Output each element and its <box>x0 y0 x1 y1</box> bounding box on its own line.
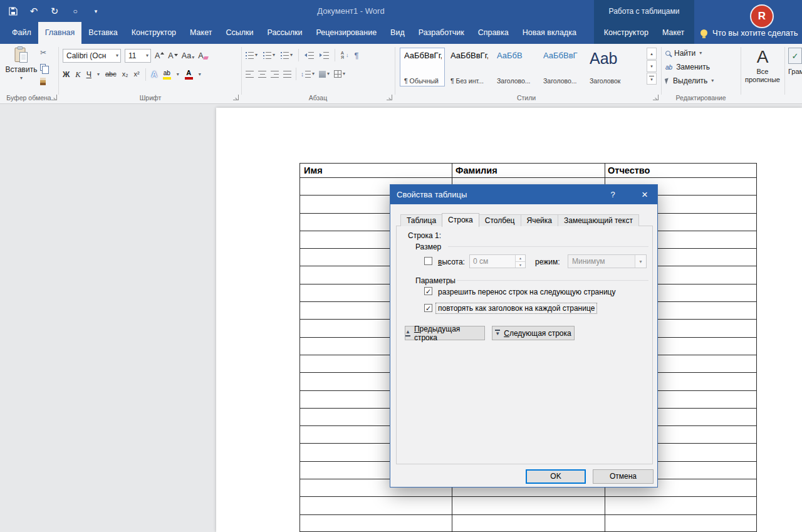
clear-formatting-button[interactable]: А <box>198 51 208 61</box>
underline-caret-icon[interactable]: ▾ <box>97 72 100 77</box>
spin-down-icon[interactable]: ▾ <box>516 262 525 268</box>
numbering-button[interactable]: ▾ <box>263 52 275 59</box>
tab-table-design[interactable]: Конструктор <box>597 22 655 44</box>
spin-up-icon[interactable]: ▴ <box>516 255 525 262</box>
close-icon[interactable]: × <box>635 185 655 204</box>
table-row[interactable] <box>300 515 756 532</box>
shrink-font-button[interactable]: А <box>168 51 177 61</box>
superscript-button[interactable]: x² <box>134 70 140 78</box>
previous-row-button[interactable]: ▲ Предыдущая строка <box>405 326 485 340</box>
tab-file[interactable]: Файл <box>5 22 38 44</box>
account-avatar[interactable]: R <box>750 4 774 28</box>
font-size-combo[interactable]: 11 ▾ <box>125 49 151 63</box>
tab-view[interactable]: Вид <box>383 22 412 44</box>
replace-button[interactable]: ab Заменить <box>665 62 714 72</box>
format-painter-button[interactable] <box>40 76 55 86</box>
dialog-tab-cell[interactable]: Ячейка <box>521 214 558 226</box>
highlight-button[interactable]: ab <box>163 70 171 80</box>
lightbulb-icon <box>700 29 707 36</box>
gallery-down-button[interactable]: ▾ <box>647 60 657 72</box>
tab-review[interactable]: Рецензирование <box>310 22 384 44</box>
align-center-button[interactable] <box>258 71 266 78</box>
font-dialog-launcher[interactable] <box>233 95 239 100</box>
table-header-row[interactable]: Имя Фамилия Отчество <box>300 164 756 178</box>
tab-layout[interactable]: Макет <box>183 22 219 44</box>
tab-mailings[interactable]: Рассылки <box>260 22 309 44</box>
tell-me-box[interactable]: Что вы хотите сделать <box>700 22 802 44</box>
table-header-cell[interactable]: Фамилия <box>452 164 604 177</box>
gallery-up-button[interactable]: ▴ <box>647 48 657 60</box>
grammar-button-partial[interactable]: ✓ Грам <box>788 48 802 75</box>
grow-font-button[interactable]: А <box>155 51 164 61</box>
increase-indent-button[interactable] <box>320 52 329 59</box>
divider <box>145 68 146 81</box>
tab-new-tab[interactable]: Новая вкладка <box>516 22 583 44</box>
table-row[interactable] <box>300 497 756 514</box>
height-checkbox[interactable] <box>424 257 432 265</box>
mode-dropdown[interactable]: Минимум ▾ <box>568 254 647 268</box>
dialog-tab-row[interactable]: Строка <box>442 213 479 227</box>
sort-button[interactable]: АЯ↓ <box>341 51 349 60</box>
dropdown-caret-icon[interactable]: ▾ <box>635 255 646 268</box>
tab-home[interactable]: Главная <box>38 22 82 44</box>
select-button[interactable]: Выделить ▾ <box>665 76 714 86</box>
style-card-heading1[interactable]: АаБбВ Заголово... <box>492 48 538 86</box>
sort-arrow-icon: ↓ <box>346 52 349 58</box>
highlight-caret-icon[interactable]: ▾ <box>177 72 179 77</box>
subscript-button[interactable]: x₂ <box>122 70 128 78</box>
clipboard-dialog-launcher[interactable] <box>51 95 57 100</box>
align-left-button[interactable] <box>246 71 254 78</box>
bullets-button[interactable]: ▾ <box>246 52 258 59</box>
underline-button[interactable]: Ч <box>86 70 91 80</box>
find-button[interactable]: Найти ▾ <box>665 48 714 58</box>
row-number-label: Строка 1: <box>408 231 441 240</box>
ok-button[interactable]: OK <box>526 469 586 484</box>
style-card-title[interactable]: Аab Заголовок <box>585 48 638 86</box>
multilevel-list-button[interactable]: ▾ <box>281 52 293 59</box>
copy-button[interactable] <box>40 62 55 72</box>
all-caps-button[interactable]: А Все прописные <box>744 46 781 95</box>
gallery-more-button[interactable]: ▾ <box>647 73 657 85</box>
change-case-button[interactable]: Аа▾ <box>182 51 194 61</box>
yellow-bar-icon <box>163 77 171 80</box>
text-effects-button[interactable]: А <box>152 70 157 80</box>
repeat-header-checkbox[interactable] <box>424 304 432 312</box>
tab-references[interactable]: Ссылки <box>219 22 260 44</box>
bold-button[interactable]: Ж <box>63 70 70 80</box>
help-button[interactable]: ? <box>603 185 622 204</box>
styles-dialog-launcher[interactable] <box>653 95 659 100</box>
justify-button[interactable] <box>283 71 291 78</box>
decrease-indent-button[interactable] <box>305 52 314 59</box>
style-card-heading2[interactable]: АаБбВвГ Заголово... <box>539 48 584 86</box>
tab-developer[interactable]: Разработчик <box>412 22 471 44</box>
borders-button[interactable]: ▾ <box>334 70 345 78</box>
tab-design[interactable]: Конструктор <box>125 22 183 44</box>
table-header-cell[interactable]: Отчество <box>604 164 756 177</box>
height-spinner[interactable]: 0 см ▴ ▾ <box>469 254 526 268</box>
font-family-combo[interactable]: Calibri (Осн ▾ <box>63 49 121 63</box>
style-card-no-spacing[interactable]: АаБбВвГг, ¶ Без инт... <box>446 48 491 86</box>
strikethrough-button[interactable]: abc <box>105 70 117 78</box>
allow-row-break-checkbox[interactable] <box>424 287 432 295</box>
paste-button[interactable]: Вставить ▾ <box>4 46 39 94</box>
dialog-tab-table[interactable]: Таблица <box>400 214 442 226</box>
style-card-normal[interactable]: АаБбВвГг, ¶ Обычный <box>400 48 445 86</box>
cut-button[interactable]: ✂ <box>40 48 55 58</box>
table-header-cell[interactable]: Имя <box>300 164 452 177</box>
next-row-button[interactable]: ▼ Следующая строка <box>492 326 575 340</box>
cancel-button[interactable]: Отмена <box>593 469 654 484</box>
dialog-tab-alt-text[interactable]: Замещающий текст <box>558 214 639 226</box>
font-color-button[interactable]: А <box>185 70 193 80</box>
align-right-button[interactable] <box>271 71 279 78</box>
options-group-label: Параметры <box>415 276 456 285</box>
tab-insert[interactable]: Вставка <box>81 22 124 44</box>
paragraph-dialog-launcher[interactable] <box>387 95 392 100</box>
tab-table-layout[interactable]: Макет <box>655 22 691 44</box>
tab-help[interactable]: Справка <box>471 22 516 44</box>
line-spacing-button[interactable]: ↕▾ <box>301 71 315 78</box>
shading-button[interactable]: ▾ <box>319 71 330 78</box>
italic-button[interactable]: К <box>75 70 80 80</box>
show-paragraph-marks-button[interactable]: ¶ <box>355 51 359 60</box>
font-color-caret-icon[interactable]: ▾ <box>199 72 201 77</box>
dialog-tab-column[interactable]: Столбец <box>479 214 521 226</box>
